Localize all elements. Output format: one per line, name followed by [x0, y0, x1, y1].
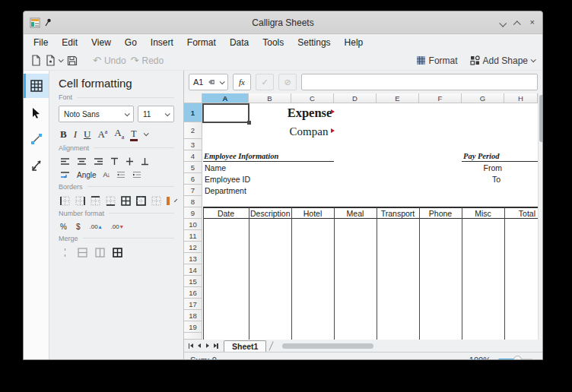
- border-top-button[interactable]: [91, 196, 100, 206]
- cell-name-label[interactable]: Name: [205, 163, 226, 172]
- cell-employee-information[interactable]: Employee Information: [204, 152, 278, 160]
- row-header-17[interactable]: 17: [184, 299, 202, 310]
- cell-company-subtitle[interactable]: Compan: [249, 125, 369, 138]
- row-header-13[interactable]: 13: [184, 253, 202, 264]
- table-header-date[interactable]: Date: [203, 207, 249, 219]
- cell-reference-box[interactable]: A1: [189, 74, 228, 90]
- text-color-chevron[interactable]: [143, 131, 148, 136]
- cell-to-label[interactable]: To: [462, 175, 500, 184]
- maximize-button[interactable]: [515, 16, 520, 30]
- first-sheet-button[interactable]: [186, 341, 195, 350]
- row-header-10[interactable]: 10: [184, 219, 202, 230]
- row-header-20[interactable]: [184, 333, 202, 340]
- new-document-button[interactable]: [31, 55, 41, 66]
- column-header-e[interactable]: E: [377, 93, 419, 103]
- menu-edit[interactable]: Edit: [55, 37, 84, 48]
- border-color-chevron[interactable]: [174, 198, 177, 201]
- table-header-transport[interactable]: Transport: [377, 207, 419, 219]
- align-top-button[interactable]: [110, 157, 119, 166]
- menu-help[interactable]: Help: [338, 37, 370, 48]
- cell-from-label[interactable]: From: [462, 163, 502, 172]
- bold-button[interactable]: B: [60, 129, 67, 139]
- cell-expense-title[interactable]: Expense: [249, 106, 370, 121]
- selection-tool-button[interactable]: [24, 100, 49, 125]
- border-all-button[interactable]: [121, 196, 131, 206]
- add-shape-chevron[interactable]: [531, 57, 536, 62]
- merge-horizontal-button[interactable]: [78, 248, 87, 258]
- row-header-14[interactable]: 14: [184, 264, 202, 276]
- row-header-7[interactable]: 7: [184, 185, 202, 196]
- font-size-select[interactable]: 11: [138, 106, 174, 122]
- cell-department-label[interactable]: Department: [205, 186, 246, 195]
- column-header-g[interactable]: G: [462, 93, 504, 103]
- cell-pay-period[interactable]: Pay Period: [463, 152, 500, 160]
- table-header-total[interactable]: Total: [504, 207, 535, 219]
- align-left-button[interactable]: [60, 157, 70, 166]
- underline-button[interactable]: U: [84, 129, 91, 139]
- menu-file[interactable]: File: [27, 37, 55, 48]
- connector-tool-button[interactable]: [24, 127, 49, 151]
- cell-ref-chevron[interactable]: [220, 79, 225, 84]
- row-header-3[interactable]: 3: [184, 139, 202, 150]
- function-wizard-button[interactable]: fx: [233, 74, 251, 90]
- sheet-grid[interactable]: A B C D E F G H 1 2 3 4 5 6 7 8 9 10 11: [184, 93, 543, 340]
- percent-format-button[interactable]: %: [60, 223, 67, 231]
- column-header-f[interactable]: F: [419, 93, 462, 103]
- column-header-b[interactable]: B: [249, 93, 291, 103]
- cancel-formula-button[interactable]: ⊘: [278, 74, 297, 90]
- table-header-misc[interactable]: Misc: [462, 207, 504, 219]
- align-right-button[interactable]: [94, 157, 103, 166]
- border-bottom-button[interactable]: [106, 196, 116, 206]
- menu-data[interactable]: Data: [223, 37, 256, 48]
- border-left-button[interactable]: [60, 196, 70, 206]
- align-bottom-button[interactable]: [141, 157, 149, 166]
- border-outer-button[interactable]: [136, 196, 146, 206]
- save-button[interactable]: [67, 55, 78, 66]
- menu-settings[interactable]: Settings: [291, 37, 337, 48]
- precision-decrease-button[interactable]: .00▾: [111, 223, 123, 230]
- open-document-button[interactable]: [46, 55, 62, 66]
- menu-format[interactable]: Format: [180, 37, 223, 48]
- column-header-a[interactable]: A: [202, 93, 249, 103]
- superscript-button[interactable]: Aa: [97, 129, 107, 139]
- merge-vertical-button[interactable]: [95, 248, 105, 258]
- vertical-scrollbar[interactable]: [538, 93, 543, 340]
- unmerge-cells-button[interactable]: [113, 248, 122, 258]
- row-header-12[interactable]: 12: [184, 242, 202, 253]
- italic-button[interactable]: I: [74, 129, 77, 139]
- border-none-button[interactable]: [151, 196, 161, 206]
- row-header-5[interactable]: 5: [184, 162, 202, 173]
- row-header-1[interactable]: 1: [184, 103, 202, 122]
- border-color-swatch[interactable]: [167, 197, 170, 205]
- sheet-tab-sheet1[interactable]: Sheet1: [224, 340, 266, 352]
- row-header-9[interactable]: 9: [184, 207, 202, 219]
- row-header-16[interactable]: 16: [184, 287, 202, 299]
- next-sheet-button[interactable]: [203, 341, 211, 350]
- subscript-button[interactable]: Aa: [114, 128, 124, 141]
- title-bar[interactable]: Calligra Sheets ×: [24, 11, 542, 34]
- autofill-handle[interactable]: [247, 121, 251, 125]
- zoom-slider[interactable]: [498, 359, 533, 361]
- merge-cells-button[interactable]: [60, 248, 70, 258]
- select-all-corner[interactable]: [184, 93, 202, 103]
- indent-decrease-button[interactable]: [116, 171, 126, 179]
- open-dropdown-chevron[interactable]: [59, 57, 64, 62]
- undo-button[interactable]: ↶ Undo: [93, 55, 126, 66]
- indent-increase-button[interactable]: [132, 171, 141, 179]
- row-header-6[interactable]: 6: [184, 173, 202, 185]
- selected-cell-a1[interactable]: [202, 103, 249, 123]
- column-header-c[interactable]: C: [291, 93, 334, 103]
- minimize-button[interactable]: [500, 16, 505, 30]
- table-header-meal[interactable]: Meal: [334, 207, 377, 219]
- table-header-phone[interactable]: Phone: [419, 207, 462, 219]
- column-header-h[interactable]: H: [504, 93, 538, 103]
- zoom-slider-knob[interactable]: [513, 356, 522, 360]
- redo-button[interactable]: ↷ Redo: [131, 55, 164, 66]
- row-header-2[interactable]: 2: [184, 122, 202, 139]
- menu-tools[interactable]: Tools: [256, 37, 291, 48]
- menu-insert[interactable]: Insert: [144, 37, 180, 48]
- vertical-text-button[interactable]: A↓: [103, 171, 110, 179]
- menu-view[interactable]: View: [84, 37, 118, 48]
- horizontal-scrollbar-thumb[interactable]: [282, 343, 373, 349]
- font-family-select[interactable]: Noto Sans: [59, 106, 134, 122]
